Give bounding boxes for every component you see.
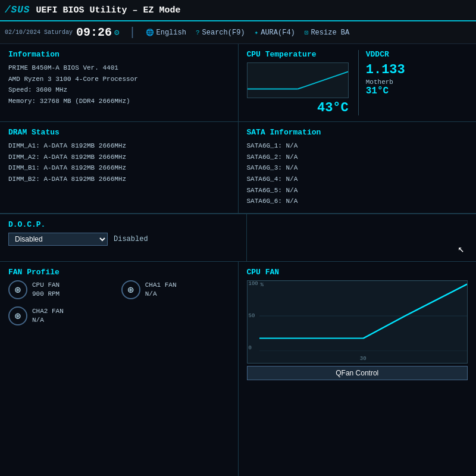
cha2-fan-item: ⊛ CHA2 FAN N/A (8, 306, 117, 325)
cpu-temp-section: CPU Temperature 43°C (247, 50, 349, 115)
fan-profile-panel: FAN Profile ⊛ CPU FAN 900 RPM ⊛ CHA1 FAN… (0, 262, 239, 476)
cha1-fan-item: ⊛ CHA1 FAN N/A (121, 280, 230, 299)
cpu-fan-label: CPU FAN 900 RPM (32, 281, 60, 299)
main-content: Information PRIME B450M-A BIOS Ver. 4401… (0, 44, 476, 476)
cpu-temp-panel: CPU Temperature 43°C VDDCR 1.133 Motherb (239, 44, 477, 122)
docp-title: D.O.C.P. (8, 220, 238, 229)
date-display: 02/10/2024 Saturday (5, 29, 73, 36)
sata-row-0: SATA6G_1: N/A (247, 140, 468, 152)
vddcr-title: VDDCR (366, 50, 468, 59)
settings-icon[interactable]: ⚙ (114, 27, 119, 37)
search-button[interactable]: ? Search(F9) (196, 29, 245, 37)
sata-row-1: SATA6G_2: N/A (247, 152, 468, 163)
cha2-fan-label: CHA2 FAN N/A (32, 307, 64, 325)
cha1-fan-label: CHA1 FAN N/A (145, 281, 177, 299)
dram-title: DRAM Status (8, 128, 230, 137)
resize-button[interactable]: ⊡ Resize BA (305, 29, 349, 37)
chart-y-axis: 100 50 0 (249, 281, 258, 351)
cpu-temp-value: 43°C (247, 101, 349, 115)
asus-logo: /SUS (5, 5, 30, 15)
dram-row-0: DIMM_A1: A-DATA 8192MB 2666MHz (8, 140, 230, 152)
bottom-row: FAN Profile ⊛ CPU FAN 900 RPM ⊛ CHA1 FAN… (0, 262, 476, 476)
globe-icon: 🌐 (146, 29, 154, 36)
docp-row: D.O.C.P. DisabledDDR4-3600 18-22-22-42DD… (0, 214, 476, 262)
temp-graph (247, 62, 349, 98)
info-row-3: Memory: 32768 MB (DDR4 2666MHz) (8, 96, 230, 107)
docp-panel: D.O.C.P. DisabledDDR4-3600 18-22-22-42DD… (0, 214, 247, 262)
chart-x-axis: 30 (259, 356, 468, 362)
datetime-area: 02/10/2024 Saturday (5, 29, 73, 36)
question-icon: ? (196, 29, 200, 36)
cha1-fan-icon: ⊛ (121, 280, 140, 299)
info-row-2: Speed: 3600 MHz (8, 84, 230, 96)
info-panel-title: Information (8, 50, 230, 59)
chart-y-label: % (261, 282, 264, 288)
divider: | (129, 26, 136, 39)
aura-button[interactable]: ✦ AURA(F4) (255, 29, 295, 37)
cpu-fan-chart-title: CPU FAN (247, 268, 468, 277)
dram-row-1: DIMM_A2: A-DATA 8192MB 2666MHz (8, 152, 230, 163)
cpu-fan-item: ⊛ CPU FAN 900 RPM (8, 280, 117, 299)
cpu-fan-chart: 100 50 0 30 (247, 280, 468, 364)
language-selector[interactable]: 🌐 English (146, 29, 186, 37)
sata-row-5: SATA6G_6: N/A (247, 196, 468, 207)
fan-profile-title: FAN Profile (8, 268, 230, 277)
motherboard-temp: 31°C (366, 86, 468, 96)
sata-row-2: SATA6G_3: N/A (247, 162, 468, 174)
cha2-fan-icon: ⊛ (8, 306, 27, 325)
aura-icon: ✦ (255, 29, 259, 36)
docp-dropdown[interactable]: DisabledDDR4-3600 18-22-22-42DDR4-2666 1… (8, 233, 108, 246)
qfan-control-button[interactable]: QFan Control (247, 366, 468, 380)
dram-row-3: DIMM_B2: A-DATA 8192MB 2666MHz (8, 174, 230, 185)
svg-rect-0 (248, 63, 348, 98)
motherboard-label: Motherb (366, 79, 468, 86)
mouse-cursor: ↖ (458, 242, 464, 255)
vddcr-section: VDDCR 1.133 Motherb 31°C (358, 50, 468, 115)
sata-row-3: SATA6G_4: N/A (247, 174, 468, 185)
bios-title: UEFI BIOS Utility – EZ Mode (36, 5, 180, 15)
docp-right-empty: ↖ (247, 214, 477, 262)
vddcr-value: 1.133 (366, 62, 468, 77)
sata-title: SATA Information (247, 128, 468, 137)
docp-status: Disabled (114, 235, 148, 243)
time-display: 09:26 ⚙ (76, 26, 119, 39)
dram-row-2: DIMM_B1: A-DATA 8192MB 2666MHz (8, 162, 230, 174)
docp-select-row: DisabledDDR4-3600 18-22-22-42DDR4-2666 1… (8, 233, 238, 246)
dram-panel: DRAM Status DIMM_A1: A-DATA 8192MB 2666M… (0, 122, 239, 214)
bios-header: /SUS UEFI BIOS Utility – EZ Mode (0, 0, 476, 21)
cpu-fan-chart-panel: CPU FAN 100 50 0 (239, 262, 477, 476)
middle-panels-row: DRAM Status DIMM_A1: A-DATA 8192MB 2666M… (0, 122, 476, 214)
resize-icon: ⊡ (305, 29, 309, 36)
chart-plot-area (259, 281, 468, 351)
cpu-fan-icon: ⊛ (8, 280, 27, 299)
top-panels-row: Information PRIME B450M-A BIOS Ver. 4401… (0, 44, 476, 122)
info-panel: Information PRIME B450M-A BIOS Ver. 4401… (0, 44, 239, 122)
top-bar: 02/10/2024 Saturday 09:26 ⚙ | 🌐 English … (0, 21, 476, 44)
sata-panel: SATA Information SATA6G_1: N/A SATA6G_2:… (239, 122, 477, 214)
info-row-1: AMD Ryzen 3 3100 4-Core Processor (8, 74, 230, 85)
sata-row-4: SATA6G_5: N/A (247, 185, 468, 196)
info-row-0: PRIME B450M-A BIOS Ver. 4401 (8, 62, 230, 74)
cpu-temp-title: CPU Temperature (247, 50, 349, 59)
